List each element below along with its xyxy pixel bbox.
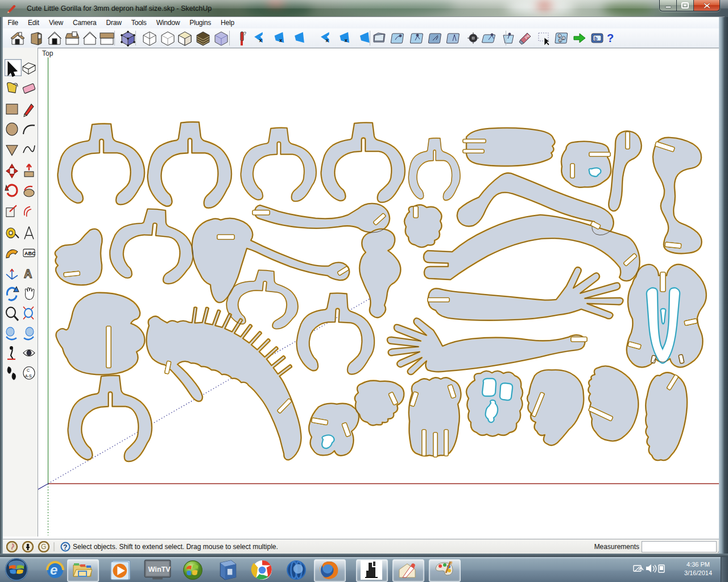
svg-text:A: A [24,267,32,280]
svg-text:x: x [345,37,348,43]
svg-text:e: e [50,562,57,577]
svg-text:G: G [41,543,46,551]
svg-text:A-S: A-S [25,373,32,379]
svg-text:ABC: ABC [24,250,36,257]
svg-text:?: ? [243,31,246,36]
svg-text:WinTV: WinTV [148,566,171,573]
svg-text:C: C [27,368,30,373]
svg-text:x: x [279,37,283,43]
svg-text:?: ? [607,32,614,44]
svg-text:b: b [594,36,598,41]
svg-text:x: x [325,37,329,43]
svg-text:x: x [259,37,263,43]
svg-text:?: ? [63,543,67,551]
